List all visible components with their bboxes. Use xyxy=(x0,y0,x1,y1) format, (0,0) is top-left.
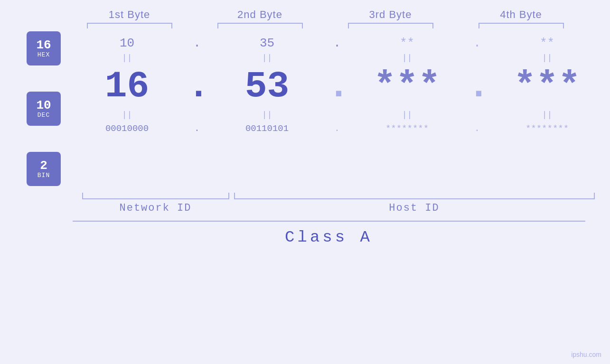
hex-badge-number: 16 xyxy=(36,39,51,51)
bin-val-2: 00110101 xyxy=(206,121,328,139)
watermark: ipshu.com xyxy=(571,351,601,358)
byte-header-1: 1st Byte xyxy=(64,9,195,21)
bin-val-4: ******** xyxy=(487,121,608,139)
bin-val-1: 00010000 xyxy=(66,121,188,139)
bin-badge-number: 2 xyxy=(40,159,47,172)
bracket-line-3 xyxy=(348,23,433,28)
hex-row: 10 . 35 . ** . ** xyxy=(66,31,610,52)
hex-badge-label: HEX xyxy=(38,51,50,58)
content-area: 16 HEX 10 DEC 2 BIN 10 . 35 . ** . ** xyxy=(0,31,610,191)
bin-val-3: ******** xyxy=(347,121,468,139)
dec-val-4: *** xyxy=(487,64,608,109)
badges-column: 16 HEX 10 DEC 2 BIN xyxy=(0,31,66,191)
hex-val-3: ** xyxy=(347,31,468,52)
bracket-2 xyxy=(195,23,325,28)
hex-badge: 16 HEX xyxy=(27,31,61,65)
class-line xyxy=(73,221,585,222)
host-bracket xyxy=(234,193,595,199)
eq2-sym-1: || xyxy=(66,109,188,121)
bin-dot-1: . xyxy=(188,121,206,139)
class-label: Class A xyxy=(285,228,373,246)
host-id-label: Host ID xyxy=(234,202,595,214)
bin-row: 00010000 . 00110101 . ******** . *******… xyxy=(66,121,610,139)
hex-dot-3: . xyxy=(468,31,487,52)
dec-badge-label: DEC xyxy=(38,112,50,119)
eq-row-2: || || || || xyxy=(66,109,610,121)
bracket-line-2 xyxy=(217,23,303,28)
eq2-sym-3: || xyxy=(347,109,468,121)
dec-dot-2: . xyxy=(328,64,347,109)
bracket-line-4 xyxy=(479,23,564,28)
dec-val-3: *** xyxy=(347,64,468,109)
hex-val-2: 35 xyxy=(206,31,328,52)
hex-val-1: 10 xyxy=(66,31,188,52)
eq-sym-1: || xyxy=(66,52,188,64)
eq-row-1: || || || || xyxy=(66,52,610,64)
labels-row: Network ID Host ID xyxy=(82,202,595,214)
byte-header-4: 4th Byte xyxy=(456,9,586,21)
hex-dot-2: . xyxy=(328,31,347,52)
dec-badge: 10 DEC xyxy=(27,92,61,126)
bracket-4 xyxy=(456,23,586,28)
bin-badge-label: BIN xyxy=(38,172,50,179)
data-rows: 10 . 35 . ** . ** || || || || 16 xyxy=(66,31,610,191)
dec-val-1: 16 xyxy=(66,64,188,109)
main-container: 1st Byte 2nd Byte 3rd Byte 4th Byte 16 H… xyxy=(0,0,610,364)
dec-dot-1: . xyxy=(188,64,206,109)
byte-header-2: 2nd Byte xyxy=(195,9,325,21)
bin-dot-2: . xyxy=(328,121,347,139)
byte-header-3: 3rd Byte xyxy=(325,9,456,21)
hex-dot-1: . xyxy=(188,31,206,52)
dec-val-2: 53 xyxy=(206,64,328,109)
dec-dot-3: . xyxy=(468,64,487,109)
eq-sym-2: || xyxy=(206,52,328,64)
dec-badge-number: 10 xyxy=(36,99,51,112)
bottom-brackets xyxy=(82,193,595,199)
byte-headers-row: 1st Byte 2nd Byte 3rd Byte 4th Byte xyxy=(0,0,610,21)
bracket-line-1 xyxy=(87,23,172,28)
bin-dot-3: . xyxy=(468,121,487,139)
bracket-1 xyxy=(64,23,195,28)
eq2-sym-2: || xyxy=(206,109,328,121)
bracket-3 xyxy=(325,23,456,28)
bin-badge: 2 BIN xyxy=(27,152,61,186)
network-id-label: Network ID xyxy=(82,202,229,214)
class-section: Class A xyxy=(73,221,585,246)
eq-sym-4: || xyxy=(487,52,608,64)
dec-row: 16 . 53 . *** . *** xyxy=(66,64,610,109)
network-bracket xyxy=(82,193,229,199)
top-brackets-row xyxy=(0,23,610,28)
hex-val-4: ** xyxy=(487,31,608,52)
eq-sym-3: || xyxy=(347,52,468,64)
eq2-sym-4: || xyxy=(487,109,608,121)
